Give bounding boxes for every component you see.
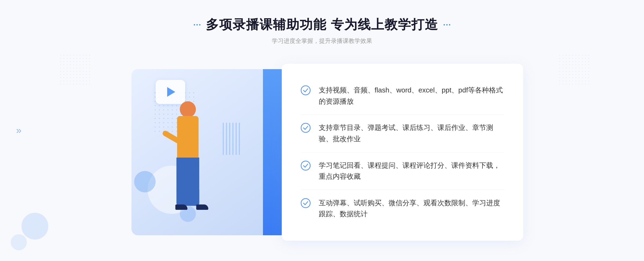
illus-circle-small — [134, 171, 156, 192]
person-shoe-right — [196, 204, 208, 210]
check-icon-1 — [301, 85, 311, 95]
svg-point-2 — [301, 161, 310, 170]
feature-item-3: 学习笔记回看、课程提问、课程评论打分、课件资料下载，重点内容收藏 — [301, 152, 504, 190]
dots-decoration-right — [558, 54, 590, 86]
person-body — [177, 116, 199, 159]
check-icon-3 — [301, 161, 311, 171]
subtitle: 学习进度全掌握，提升录播课教学效果 — [194, 37, 450, 45]
person-head — [180, 101, 196, 117]
play-bubble-bg — [156, 80, 185, 104]
feature-text-4: 互动弹幕、试听购买、微信分享、观看次数限制、学习进度跟踪、数据统计 — [319, 197, 504, 220]
svg-point-0 — [301, 86, 310, 95]
illus-stripes — [223, 123, 241, 155]
person-leg-right — [190, 190, 199, 206]
check-icon-4 — [301, 198, 311, 208]
content-area: 支持视频、音频、flash、word、excel、ppt、pdf等各种格式的资源… — [121, 58, 523, 246]
deco-circle-bottom-left — [21, 213, 48, 240]
feature-item-1: 支持视频、音频、flash、word、excel、ppt、pdf等各种格式的资源… — [301, 77, 504, 115]
dot-divider-left — [194, 24, 200, 25]
person-figure — [153, 101, 223, 241]
features-card: 支持视频、音频、flash、word、excel、ppt、pdf等各种格式的资源… — [282, 64, 523, 241]
feature-text-3: 学习笔记回看、课程提问、课程评论打分、课件资料下载，重点内容收藏 — [319, 160, 504, 182]
page-wrapper: » 多项录播课辅助功能 专为线上教学打造 学习进度全掌握，提升录播课教学效果 — [0, 0, 644, 261]
chevron-left-decoration: » — [16, 125, 21, 136]
svg-point-3 — [301, 199, 310, 208]
person-leg-left — [180, 184, 190, 206]
play-triangle-icon — [167, 87, 175, 97]
dots-decoration-left — [59, 54, 91, 86]
illustration-container — [121, 58, 287, 246]
svg-point-1 — [301, 123, 310, 132]
header-decorators: 多项录播课辅助功能 专为线上教学打造 — [194, 16, 450, 33]
dot-divider-right — [444, 24, 450, 25]
deco-circle-bottom-left2 — [11, 234, 27, 250]
person-pants — [177, 158, 199, 206]
main-title: 多项录播课辅助功能 专为线上教学打造 — [206, 16, 438, 33]
header-section: 多项录播课辅助功能 专为线上教学打造 学习进度全掌握，提升录播课教学效果 — [194, 16, 450, 45]
feature-text-1: 支持视频、音频、flash、word、excel、ppt、pdf等各种格式的资源… — [319, 85, 504, 107]
feature-item-2: 支持章节目录、弹题考试、课后练习、课后作业、章节测验、批改作业 — [301, 115, 504, 152]
feature-item-4: 互动弹幕、试听购买、微信分享、观看次数限制、学习进度跟踪、数据统计 — [301, 190, 504, 227]
check-icon-2 — [301, 123, 311, 133]
feature-text-2: 支持章节目录、弹题考试、课后练习、课后作业、章节测验、批改作业 — [319, 122, 504, 144]
person-shoe-left — [175, 204, 188, 210]
